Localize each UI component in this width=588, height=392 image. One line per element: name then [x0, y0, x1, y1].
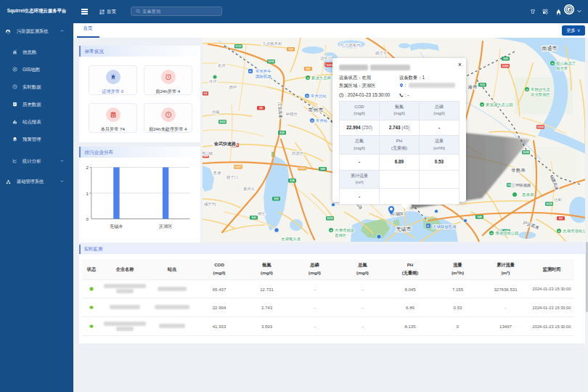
svg-text:❧: ❧ — [558, 229, 560, 233]
svg-text:西甲: 西甲 — [229, 85, 237, 90]
svg-text:九夕路齐村: 九夕路齐村 — [263, 41, 283, 46]
svg-text:⊙: ⊙ — [311, 119, 314, 123]
svg-text:✈: ✈ — [249, 70, 252, 73]
svg-text:直埂: 直埂 — [213, 171, 221, 176]
svg-text:0: 0 — [86, 216, 89, 221]
svg-text:靖江市: 靖江市 — [375, 51, 387, 55]
svg-text:❧: ❧ — [526, 88, 528, 91]
svg-text:常阴沙生态: 常阴沙生态 — [531, 87, 551, 92]
svg-text:港市: 港市 — [468, 84, 478, 90]
svg-text:漕湖湿地公园: 漕湖湿地公园 — [494, 231, 518, 236]
svg-text:农业部旅区: 农业部旅区 — [531, 92, 551, 97]
svg-text:无锡硕放机场: 无锡硕放机场 — [433, 224, 456, 229]
svg-text:S239: S239 — [268, 60, 274, 63]
svg-text:S5: S5 — [259, 107, 262, 110]
svg-text:❧: ❧ — [330, 229, 332, 232]
svg-text:洪隔: 洪隔 — [212, 110, 220, 115]
svg-text:❧: ❧ — [306, 76, 309, 80]
svg-text:2: 2 — [86, 165, 89, 170]
svg-text:S19: S19 — [480, 83, 484, 86]
svg-text:✈: ✈ — [427, 224, 430, 228]
svg-text:G2: G2 — [559, 217, 563, 220]
svg-text:❧: ❧ — [490, 232, 493, 235]
svg-text:湖仝: 湖仝 — [258, 211, 266, 216]
svg-text:常州市: 常州市 — [309, 107, 324, 113]
svg-text:住町: 住町 — [555, 197, 563, 202]
svg-text:洪庄: 洪庄 — [209, 79, 217, 83]
svg-text:孟河: 孟河 — [218, 63, 226, 68]
svg-text:❧: ❧ — [551, 62, 554, 65]
svg-text:迈坟只: 迈坟只 — [320, 56, 332, 61]
svg-text:常州北站: 常州北站 — [311, 94, 327, 99]
svg-text:滨湖区: 滨湖区 — [158, 224, 172, 229]
svg-text:S29: S29 — [503, 57, 507, 60]
svg-text:G204: G204 — [502, 65, 509, 68]
svg-text:S20: S20 — [274, 197, 278, 200]
svg-text:S39: S39 — [288, 48, 293, 51]
svg-text:埔开刊: 埔开刊 — [203, 202, 216, 206]
svg-text:无锡市: 无锡市 — [110, 224, 123, 229]
svg-text:双山岛滨江: 双山岛滨江 — [555, 61, 576, 66]
svg-text:G524: G524 — [537, 126, 544, 128]
svg-text:常州站: 常州站 — [316, 118, 328, 123]
svg-text:大潭湾旅游: 大潭湾旅游 — [335, 228, 355, 233]
svg-text:1: 1 — [86, 191, 89, 196]
svg-text:S58: S58 — [306, 68, 310, 70]
svg-text:S68: S68 — [320, 168, 324, 171]
svg-text:风光带: 风光带 — [556, 66, 568, 71]
svg-text:闸口镇: 闸口镇 — [203, 151, 213, 156]
svg-text:S232: S232 — [219, 121, 225, 123]
svg-text:S38: S38 — [290, 179, 294, 182]
svg-text:G2: G2 — [204, 92, 208, 95]
svg-text:G4221: G4221 — [234, 166, 242, 168]
svg-text:常州奔牛: 常州奔牛 — [256, 69, 271, 73]
svg-text:S338: S338 — [523, 151, 528, 154]
svg-text:S228: S228 — [546, 203, 552, 205]
svg-text:⊙: ⊙ — [306, 94, 309, 98]
svg-text:黄河头: 黄河头 — [243, 187, 256, 191]
svg-text:度假区: 度假区 — [335, 233, 347, 238]
svg-text:常熟市: 常熟市 — [511, 168, 526, 173]
svg-text:榜子口: 榜子口 — [226, 175, 238, 180]
svg-text:S39: S39 — [279, 131, 284, 134]
svg-text:昆承湖: 昆承湖 — [522, 192, 534, 197]
svg-text:贡湖湾湿地公园: 贡湖湾湿地公园 — [563, 229, 586, 234]
svg-text:金武快速路: 金武快速路 — [213, 141, 237, 147]
svg-text:S48: S48 — [477, 216, 481, 219]
svg-text:❧: ❧ — [481, 103, 483, 107]
svg-text:三环快速路: 三环快速路 — [512, 183, 532, 188]
svg-text:S20: S20 — [251, 216, 256, 219]
svg-text:G4221: G4221 — [298, 167, 306, 170]
svg-text:红九团条付: 红九团条付 — [341, 43, 362, 48]
svg-text:无锡市: 无锡市 — [396, 226, 412, 232]
svg-text:S230: S230 — [327, 217, 332, 220]
svg-text:国际机场: 国际机场 — [256, 74, 271, 79]
svg-text:新龙生态林: 新龙生态林 — [311, 75, 332, 80]
svg-text:太湖鼋头渚: 太湖鼋头渚 — [281, 237, 301, 241]
svg-text:南通市: 南通市 — [542, 45, 558, 51]
svg-text:S122: S122 — [235, 45, 241, 48]
svg-text:黄泥浦生态公园: 黄泥浦生态公园 — [486, 102, 513, 107]
svg-text:武进区: 武进区 — [292, 151, 304, 156]
svg-text:钟楼区: 钟楼区 — [285, 112, 298, 116]
